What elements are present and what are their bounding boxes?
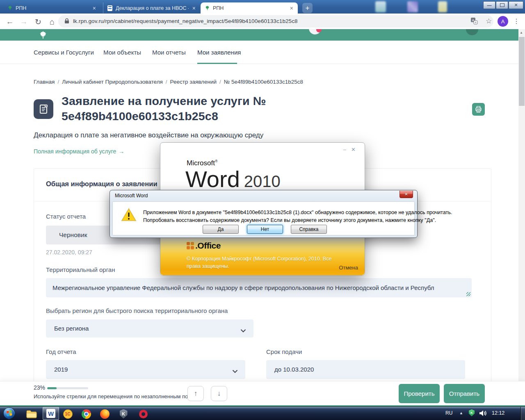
browser-tab-rpn-active[interactable]: РПН × (201, 2, 298, 14)
copyright-line2: права защищены. (187, 263, 229, 269)
browser-toolbar: ← → ↻ ⌂ lk.rpn.gov.ru/rpn/cabinet/reques… (0, 14, 525, 29)
territorial-label: Территориальный орган (46, 266, 115, 273)
resize-grip-icon[interactable] (466, 292, 470, 296)
rpn-favicon-icon (204, 5, 210, 11)
word-minimize-icon[interactable]: – (343, 146, 347, 153)
bookmark-star-icon[interactable]: ☆ (486, 17, 492, 25)
scrollbar-thumb[interactable] (519, 37, 525, 106)
window-maximize-button[interactable] (496, 1, 508, 9)
site-user-avatar[interactable] (466, 29, 478, 35)
territorial-value: Межрегиональное управление Федеральной с… (52, 284, 472, 291)
back-icon[interactable]: ← (5, 17, 14, 26)
close-tab-icon[interactable]: × (91, 5, 97, 11)
volume-icon[interactable] (479, 410, 487, 418)
progress-fill (47, 387, 57, 389)
full-info-link[interactable]: Полная информация об услуге→ (34, 148, 124, 155)
chevron-down-icon (240, 327, 246, 334)
breadcrumb: Главная/Личный кабинет Природопользовате… (34, 79, 303, 85)
forward-icon[interactable]: → (19, 17, 28, 26)
rpn-favicon-icon (7, 5, 13, 11)
dialog-message-line2: Попробовать восстановить содержимое доку… (143, 217, 436, 223)
new-tab-button[interactable]: + (302, 3, 313, 13)
word-taskbar-icon-active[interactable]: W (43, 407, 59, 420)
active-nav-underline (197, 63, 237, 64)
site-nav: Сервисы и Госуслуги Мои объекты Мои отче… (0, 41, 525, 64)
tab-title: РПН (213, 5, 286, 11)
submit-button[interactable]: Отправить (444, 384, 485, 403)
print-button[interactable] (472, 103, 485, 116)
chrome-taskbar-icon[interactable] (81, 409, 91, 419)
progress-bar (47, 387, 88, 389)
prev-empty-field-button[interactable]: ↑ (187, 386, 204, 401)
desktop-icon-blur (375, 1, 386, 12)
scrollbar-up-icon[interactable]: ▲ (520, 31, 523, 34)
navigation-hint: Используйте стрелки для перемещения по н… (34, 393, 199, 399)
territorial-textarea[interactable]: Межрегиональное управление Федеральной с… (46, 278, 472, 297)
page-title: Заявление на получение услуги № 5e4f89b4… (62, 94, 318, 124)
word-icon: W (46, 409, 55, 418)
kaspersky-shield-icon: K (120, 409, 128, 419)
home-icon[interactable]: ⌂ (48, 17, 57, 27)
close-tab-icon[interactable]: × (289, 5, 294, 11)
window-close-button[interactable]: ✕ (509, 1, 523, 9)
nav-item-services[interactable]: Сервисы и Госуслуги (34, 49, 94, 56)
nav-item-requests-active[interactable]: Мои заявления (197, 49, 241, 56)
office-logo-text: .Office (195, 241, 221, 251)
card-title: Общая информация о заявлении (46, 180, 158, 188)
nav-item-objects[interactable]: Мои объекты (103, 49, 141, 56)
browser-tab-declaration[interactable]: Декларация о плате за НВОС - ( × (103, 2, 200, 14)
1c-taskbar-icon[interactable]: 1С (62, 409, 73, 419)
word-close-icon[interactable]: ✕ (351, 146, 356, 153)
dialog-yes-button[interactable]: Да (203, 225, 239, 234)
breadcrumb-cabinet[interactable]: Личный кабинет Природопользователя (62, 79, 163, 85)
close-tab-icon[interactable]: × (191, 5, 197, 11)
browser-profile-avatar[interactable]: A (498, 16, 508, 27)
start-button[interactable] (3, 407, 15, 419)
show-desktop-button[interactable] (520, 407, 525, 420)
full-info-link-text[interactable]: Полная информация об услуге (34, 148, 116, 155)
document-favicon-icon (107, 5, 113, 11)
report-year-value: 2019 (54, 366, 68, 373)
tab-title: РПН (16, 5, 89, 11)
opera-taskbar-icon[interactable] (138, 409, 148, 419)
dialog-close-button[interactable]: ✕ (399, 191, 413, 198)
report-year-select[interactable]: 2019 (46, 360, 245, 379)
warning-icon (121, 208, 137, 224)
check-button[interactable]: Проверить (399, 384, 440, 403)
translate-icon[interactable]: Aя (471, 18, 478, 26)
tray-expand-icon[interactable]: ▲ (459, 411, 463, 415)
browser-menu-icon[interactable]: ⋮ (513, 17, 520, 25)
reload-icon[interactable]: ↻ (34, 17, 43, 27)
status-value: Черновик (59, 231, 87, 239)
page-scrollbar[interactable]: ▲ ▼ (518, 29, 525, 405)
footer-action-bar: 23% Используйте стрелки для перемещения … (0, 381, 525, 405)
rpn-eagle-logo-icon[interactable] (39, 30, 48, 41)
screen: РПН × Декларация о плате за НВОС - ( × Р… (0, 0, 525, 420)
breadcrumb-current: № 5e4f89b4100e60133c1b25c8 (224, 79, 303, 85)
status-date: 27.02.2020, 09:27 (46, 249, 92, 256)
splash-cancel-button[interactable]: Отмена (339, 265, 358, 271)
1c-icon: 1С (63, 409, 73, 419)
service-subtitle: Декларация о плате за негативное воздейс… (34, 131, 263, 139)
nav-item-reports[interactable]: Мои отчеты (152, 49, 186, 56)
office-squares-icon (187, 242, 194, 249)
clock[interactable]: 12:12 (492, 410, 504, 416)
region-select[interactable]: Без региона (46, 320, 253, 338)
kaspersky-taskbar-icon[interactable]: K (118, 409, 129, 419)
next-empty-field-button[interactable]: ↓ (211, 386, 227, 401)
language-indicator[interactable]: RU (445, 410, 452, 416)
kaspersky-tray-icon[interactable]: K (469, 409, 475, 416)
dialog-help-button[interactable]: Справка (291, 225, 327, 234)
browser-tab-rpn-1[interactable]: РПН × (3, 2, 100, 14)
explorer-taskbar-icon[interactable] (26, 409, 37, 419)
firefox-taskbar-icon[interactable] (99, 409, 110, 419)
svg-text:я: я (475, 21, 477, 24)
breadcrumb-registry[interactable]: Реестр заявлений (170, 79, 217, 85)
word-brand: Word2010 (185, 166, 281, 192)
chevron-down-icon (232, 368, 238, 375)
breadcrumb-home[interactable]: Главная (34, 79, 55, 85)
dialog-no-button[interactable]: Нет (247, 225, 283, 234)
window-minimize-button[interactable]: — (483, 1, 495, 9)
url-text[interactable]: lk.rpn.gov.ru/rpn/cabinet/requests/payme… (73, 18, 298, 24)
report-year-label: Год отчета (46, 348, 76, 355)
